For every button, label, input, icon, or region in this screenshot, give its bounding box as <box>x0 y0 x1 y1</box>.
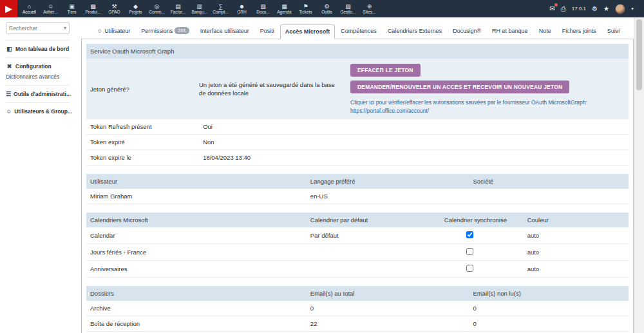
menu-item-gestion-documents[interactable]: ▨ Gestio... <box>337 0 359 17</box>
user-avatar[interactable] <box>615 4 625 14</box>
tab-utilisateur[interactable]: ☺ Utilisateur <box>91 24 135 39</box>
notifications-icon[interactable]: ✉ <box>549 5 554 12</box>
version-label: 17.0.1 <box>572 6 586 12</box>
ticket-icon: ⚑ <box>303 3 308 10</box>
menu-label: Gestio... <box>340 10 355 15</box>
tab-docusign[interactable]: Docusign® <box>448 24 486 39</box>
menu-label: Projets <box>129 10 142 15</box>
sidebar-item-configuration[interactable]: ✖ Configuration <box>6 61 70 72</box>
calendar-name: Anniversaires <box>86 261 307 278</box>
tab-content-card: Service Oauth Microsoft Graph Jeton géné… <box>81 39 634 333</box>
calendar-sync-checkbox[interactable] <box>466 248 473 255</box>
renew-token-button[interactable]: DEMANDER/RENOUVELER UN ACCÈS ET RECEVOIR… <box>350 81 569 93</box>
user-name: Miriam Graham <box>86 189 307 204</box>
menu-item-agenda[interactable]: ▦ Agenda <box>274 0 295 17</box>
menu-label: Compt... <box>213 10 229 15</box>
members-icon: ☺ <box>48 3 53 10</box>
chevron-down-icon[interactable]: ▾ <box>631 6 634 12</box>
website-icon: ⊕ <box>367 3 372 10</box>
menu-item-tickets[interactable]: ⚑ Tickets <box>295 0 316 17</box>
menu-item-documents[interactable]: ▧ Docu... <box>252 0 274 17</box>
column-header: Société <box>469 174 629 189</box>
vertical-scrollbar[interactable] <box>634 17 644 333</box>
sidebar: ▾ ◧ Mon tableau de bord ✖ Configuration … <box>0 17 72 333</box>
dolibarr-logo[interactable]: ▶ <box>0 0 17 17</box>
folder-total: 0 <box>307 301 469 316</box>
menu-label: GRH <box>237 10 246 15</box>
sidebar-item-admin-tools[interactable]: ☰ Outils d'administrati... <box>6 88 70 100</box>
folders-table: Dossiers Email(s) au total Email(s) non … <box>86 286 629 333</box>
sidebar-item-dashboard[interactable]: ◧ Mon tableau de bord <box>6 43 70 55</box>
token-row-label: Token expiré <box>86 135 199 150</box>
calendar-sync-checkbox[interactable] <box>466 265 473 272</box>
sidebar-item-users-groups[interactable]: ☺ Utilisateurs & Group... <box>6 106 70 117</box>
menu-item-comptabilite[interactable]: ∑ Compt... <box>210 0 231 17</box>
oauth-provider-link[interactable]: https://portal.office.com/account/ <box>350 107 625 115</box>
menu-label: Adhér... <box>43 10 57 15</box>
column-header: Calendriers Microsoft <box>86 213 307 227</box>
menu-item-produits[interactable]: ▩ Produi... <box>82 0 104 17</box>
admin-tools-icon: ☰ <box>6 91 11 97</box>
bookmarks-star-icon[interactable]: ★ <box>603 5 609 12</box>
tab-acces-microsoft[interactable]: Accès Microsoft <box>280 24 336 39</box>
settings-gear-icon[interactable]: ⚙ <box>592 5 598 12</box>
dms-icon: ▨ <box>345 3 351 10</box>
menu-item-sites[interactable]: ⊕ Sites... <box>359 0 380 17</box>
column-header: Calendrier par défaut <box>307 213 440 227</box>
sidebar-group-users-groups: ☺ Utilisateurs & Group... <box>6 102 70 120</box>
menu-item-outils[interactable]: ⚙ Outils <box>316 0 337 17</box>
menu-item-banque[interactable]: ▥ Banqu... <box>189 0 210 17</box>
search-caret-icon[interactable]: ▾ <box>64 25 66 31</box>
user-table: Utilisateur Langage préféré Société Miri… <box>86 174 629 204</box>
tab-fichiers-joints[interactable]: Fichers joints <box>557 24 601 39</box>
menu-item-gpao[interactable]: ⚒ GPAO <box>104 0 125 17</box>
tab-rh-et-banque[interactable]: RH et banque <box>487 24 533 39</box>
hrm-icon: ☻ <box>239 3 245 10</box>
menu-item-facturation[interactable]: ▤ Factur... <box>167 0 189 17</box>
mrp-icon: ⚒ <box>111 3 117 10</box>
calendar-sync-checkbox[interactable] <box>466 231 473 238</box>
menu-item-adherents[interactable]: ☺ Adhér... <box>40 0 61 17</box>
notification-badge <box>554 3 558 6</box>
menu-item-projets[interactable]: ◆ Projets <box>125 0 146 17</box>
tab-position[interactable]: Positi <box>255 24 279 39</box>
main-content: ☺ Utilisateur Permissions 201 Interface … <box>72 17 634 333</box>
scrollbar-thumb[interactable] <box>636 19 642 90</box>
calendar-default <box>307 244 440 261</box>
token-row-label: Token Refresh présent <box>86 119 199 135</box>
tab-calendriers-externes[interactable]: Calendriers Externes <box>383 24 447 39</box>
print-icon[interactable]: ⎙ <box>561 5 566 13</box>
table-row: Token expiré Non <box>86 135 629 150</box>
tab-competences[interactable]: Compétences <box>336 24 382 39</box>
folder-unread: 0 <box>469 301 629 316</box>
setup-icon: ✖ <box>6 63 13 70</box>
column-header: Dossiers <box>86 286 307 301</box>
calendar-color: auto <box>524 227 629 244</box>
tab-permissions[interactable]: Permissions 201 <box>136 23 194 39</box>
clear-token-button[interactable]: EFFACER LE JETON <box>350 64 421 77</box>
column-header: Utilisateur <box>86 174 307 189</box>
menu-item-accueil[interactable]: ⌂ Accueil <box>19 0 40 17</box>
tab-note[interactable]: Note <box>534 24 556 39</box>
billing-icon: ▤ <box>175 3 181 10</box>
folder-name: Boîte de réception <box>86 316 307 332</box>
tab-interface-utilisateur[interactable]: Interface utilisateur <box>195 24 254 39</box>
calendar-default: Par défaut <box>307 227 440 244</box>
menu-item-tiers[interactable]: ▣ Tiers <box>61 0 82 17</box>
menu-label: Docu... <box>256 10 270 15</box>
sidebar-item-dictionaries[interactable]: Dictionnaires avancés <box>6 72 70 82</box>
calendar-name: Jours fériés - France <box>86 244 307 261</box>
oauth-section-title: Service Oauth Microsoft Graph <box>86 44 629 59</box>
column-header: Email(s) non lu(s) <box>469 286 629 301</box>
column-header: Langage préféré <box>307 174 469 189</box>
oauth-actions: EFFACER LE JETON DEMANDER/RENOUVELER UN … <box>350 62 625 115</box>
sidebar-item-label: Configuration <box>15 63 52 70</box>
tab-bar: ☺ Utilisateur Permissions 201 Interface … <box>72 17 634 39</box>
commerce-icon: ◎ <box>155 3 160 10</box>
sidebar-item-label: Outils d'administrati... <box>14 91 71 97</box>
user-icon: ☺ <box>97 28 102 34</box>
menu-item-commerce[interactable]: ◎ Comm... <box>146 0 167 17</box>
search-input[interactable] <box>9 25 58 32</box>
menu-item-grh[interactable]: ☻ GRH <box>231 0 252 17</box>
tab-suivi[interactable]: Suivi <box>602 24 625 39</box>
